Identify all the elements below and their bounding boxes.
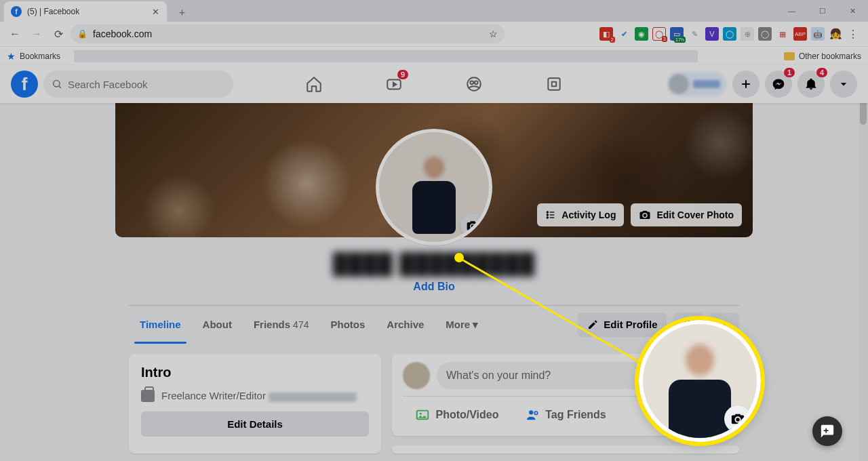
edit-profile-button[interactable]: Edit Profile	[578, 313, 667, 337]
profile-avatar-icon[interactable]: 👧	[829, 27, 842, 41]
svg-point-13	[547, 217, 549, 218]
chat-plus-icon	[820, 424, 835, 439]
browser-tab[interactable]: f (5) | Facebook ✕	[4, 1, 167, 22]
bookmarks-blur	[74, 50, 698, 62]
svg-point-21	[534, 412, 538, 415]
nav-gaming[interactable]	[517, 67, 591, 101]
redacted-text	[269, 393, 357, 402]
profile-name: ████ █████████	[333, 252, 536, 275]
extension-icon[interactable]: ✎	[688, 27, 701, 41]
account-menu[interactable]	[830, 71, 857, 98]
new-message-fab[interactable]	[812, 416, 842, 446]
tab-photos[interactable]: Photos	[319, 306, 376, 344]
extension-icon[interactable]: ⊕	[741, 27, 754, 41]
intro-heading: Intro	[141, 365, 369, 380]
callout-zoom-circle	[639, 320, 761, 442]
intro-card: Intro Freelance Writer/Editor Edit Detai…	[129, 354, 381, 454]
composer-avatar[interactable]	[403, 362, 430, 389]
extension-icon[interactable]: ▭17h	[670, 27, 684, 41]
svg-point-12	[547, 214, 549, 216]
window-close-icon[interactable]: ✕	[837, 0, 868, 22]
photo-video-button[interactable]: Photo/Video	[403, 402, 511, 428]
update-photo-button[interactable]	[460, 214, 485, 238]
tab-friends[interactable]: Friends 474	[243, 306, 320, 344]
pencil-icon	[587, 319, 598, 330]
edit-cover-button[interactable]: Edit Cover Photo	[631, 203, 742, 226]
lock-icon: 🔒	[77, 29, 87, 39]
extension-icon[interactable]: ◯	[758, 27, 772, 41]
new-tab-button[interactable]: ＋	[172, 3, 191, 22]
svg-point-4	[467, 77, 481, 91]
add-bio-link[interactable]: Add Bio	[115, 281, 753, 293]
svg-rect-8	[552, 82, 557, 87]
messenger-button[interactable]: 1	[765, 71, 792, 98]
svg-point-11	[547, 212, 549, 213]
next-card-peek	[392, 445, 739, 454]
camera-icon	[639, 209, 651, 221]
search-input[interactable]	[68, 79, 225, 90]
extensions-row: ◧2 ✔ ◉ ◯3 ▭17h ✎ V ◯ ⊕ ◯ ▦ ABP 🤖 👧 ⋮	[599, 27, 863, 41]
nav-watch[interactable]: 9	[357, 67, 431, 101]
create-button[interactable]	[732, 71, 760, 98]
chevron-down-icon: ▾	[473, 319, 478, 331]
briefcase-icon	[141, 390, 155, 402]
photo-icon	[415, 407, 430, 422]
tab-favicon: f	[11, 6, 22, 17]
tag-people-icon	[525, 407, 540, 422]
extension-icon[interactable]: ◯3	[652, 27, 666, 41]
tag-friends-button[interactable]: Tag Friends	[511, 402, 620, 428]
tab-title: (5) | Facebook	[27, 7, 151, 16]
extension-icon[interactable]: V	[705, 27, 719, 41]
nav-home[interactable]	[277, 67, 351, 101]
extension-icon[interactable]: ▦	[776, 27, 789, 41]
activity-log-button[interactable]: Activity Log	[537, 203, 624, 226]
list-icon	[545, 209, 556, 220]
forward-icon[interactable]: →	[27, 24, 46, 43]
extension-icon[interactable]: ✔	[617, 27, 631, 41]
bookmarks-star-icon: ★	[7, 51, 16, 62]
address-bar[interactable]: 🔒 facebook.com ☆	[71, 24, 505, 43]
messenger-badge: 1	[784, 68, 795, 77]
window-minimize-icon[interactable]: —	[776, 0, 807, 22]
search-icon	[52, 79, 62, 89]
profile-picture[interactable]	[376, 129, 492, 245]
tab-archive[interactable]: Archive	[376, 306, 435, 344]
extension-icon[interactable]: ABP	[793, 27, 807, 41]
svg-line-1	[59, 86, 61, 88]
notif-badge: 4	[816, 68, 827, 77]
tab-timeline[interactable]: Timeline	[129, 306, 192, 344]
svg-marker-3	[393, 83, 396, 86]
url-text: facebook.com	[93, 28, 152, 39]
reload-icon[interactable]: ⟳	[49, 24, 68, 43]
profile-chip[interactable]	[667, 72, 727, 96]
nav-groups[interactable]	[437, 67, 511, 101]
extension-icon[interactable]: 🤖	[811, 27, 825, 41]
edit-details-button[interactable]: Edit Details	[141, 412, 369, 437]
search-box[interactable]	[43, 71, 233, 98]
scrollbar[interactable]	[859, 65, 868, 461]
extension-icon[interactable]: ◉	[635, 27, 648, 41]
tab-more[interactable]: More ▾	[435, 306, 489, 344]
camera-icon	[466, 219, 479, 233]
svg-rect-7	[548, 78, 559, 89]
window-maximize-icon[interactable]: ☐	[807, 0, 837, 22]
close-tab-icon[interactable]: ✕	[151, 7, 160, 16]
watch-badge: 9	[397, 70, 408, 79]
folder-icon	[784, 52, 795, 60]
bookmarks-label[interactable]: Bookmarks	[20, 52, 60, 61]
svg-point-19	[420, 413, 422, 415]
facebook-logo[interactable]: f	[11, 71, 38, 98]
svg-point-6	[475, 81, 478, 84]
notifications-button[interactable]: 4	[797, 71, 825, 98]
svg-point-5	[470, 81, 473, 84]
tab-about[interactable]: About	[192, 306, 243, 344]
back-icon[interactable]: ←	[5, 24, 24, 43]
kebab-menu-icon[interactable]: ⋮	[846, 27, 860, 41]
other-bookmarks[interactable]: Other bookmarks	[784, 52, 861, 61]
intro-work-row: Freelance Writer/Editor	[141, 390, 369, 402]
extension-icon[interactable]: ◯	[723, 27, 736, 41]
svg-point-20	[529, 410, 533, 414]
extension-icon[interactable]: ◧2	[599, 27, 613, 41]
star-icon[interactable]: ☆	[489, 28, 498, 39]
cover-photo[interactable]: Activity Log Edit Cover Photo	[115, 103, 753, 237]
